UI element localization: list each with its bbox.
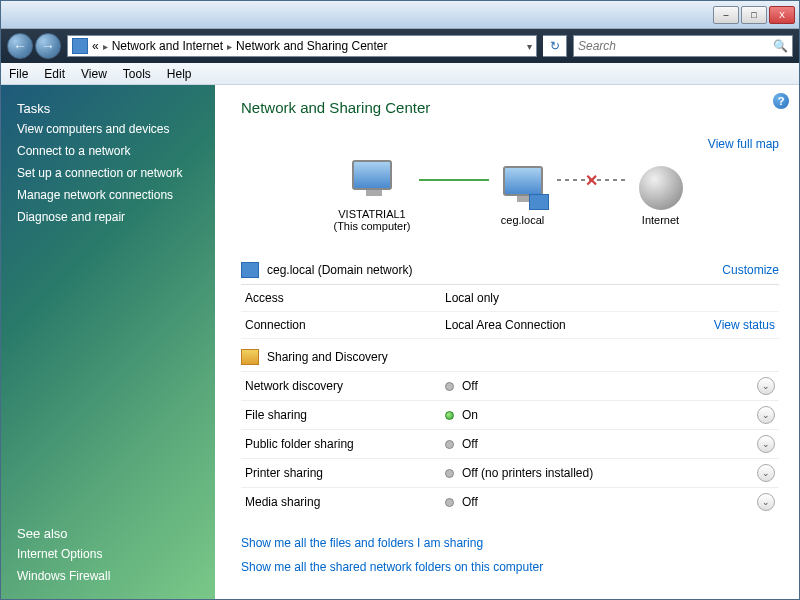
search-input[interactable]	[578, 39, 773, 53]
chevron-right-icon: ▸	[103, 41, 108, 52]
disc-row-media-sharing: Media sharing Off ⌄	[241, 487, 779, 516]
help-icon[interactable]: ?	[773, 93, 789, 109]
network-small-icon	[241, 262, 259, 278]
disc-value: Off	[462, 495, 757, 509]
disc-value: Off	[462, 379, 757, 393]
disc-row-printer-sharing: Printer sharing Off (no printers install…	[241, 458, 779, 487]
disc-row-network-discovery: Network discovery Off ⌄	[241, 371, 779, 400]
disc-value: Off (no printers installed)	[462, 466, 757, 480]
status-dot-off-icon	[445, 440, 454, 449]
sidebar-item-windows-firewall[interactable]: Windows Firewall	[1, 565, 215, 587]
window: – □ X ← → « ▸ Network and Internet ▸ Net…	[0, 0, 800, 600]
disc-label: Printer sharing	[245, 466, 445, 480]
connection-label: Connection	[245, 318, 445, 332]
menu-view[interactable]: View	[81, 67, 107, 81]
titlebar: – □ X	[1, 1, 799, 29]
back-button[interactable]: ←	[7, 33, 33, 59]
address-bar[interactable]: « ▸ Network and Internet ▸ Network and S…	[67, 35, 537, 57]
network-map: VISTATRIAL1 (This computer) ceg.local ✕ …	[241, 160, 779, 232]
status-dot-off-icon	[445, 382, 454, 391]
expand-button[interactable]: ⌄	[757, 493, 775, 511]
sidebar-item-view-computers[interactable]: View computers and devices	[1, 118, 215, 140]
show-files-link[interactable]: Show me all the files and folders I am s…	[241, 536, 483, 550]
network-section-header: ceg.local (Domain network) Customize	[241, 256, 779, 285]
disc-label: File sharing	[245, 408, 445, 422]
sidebar-item-diagnose[interactable]: Diagnose and repair	[1, 206, 215, 228]
content: ? Network and Sharing Center View full m…	[215, 85, 799, 599]
map-node-computer: VISTATRIAL1 (This computer)	[333, 160, 410, 232]
access-label: Access	[245, 291, 445, 305]
show-folders-link[interactable]: Show me all the shared network folders o…	[241, 560, 543, 574]
breadcrumb-root: «	[92, 39, 99, 53]
connection-value: Local Area Connection	[445, 318, 714, 332]
network-section-title: ceg.local (Domain network)	[267, 263, 412, 277]
status-dot-on-icon	[445, 411, 454, 420]
disc-label: Media sharing	[245, 495, 445, 509]
close-button[interactable]: X	[769, 6, 795, 24]
search-icon[interactable]: 🔍	[773, 39, 788, 53]
menu-help[interactable]: Help	[167, 67, 192, 81]
sharing-icon	[241, 349, 259, 365]
sidebar-item-setup[interactable]: Set up a connection or network	[1, 162, 215, 184]
network-icon	[72, 38, 88, 54]
customize-link[interactable]: Customize	[722, 263, 779, 277]
map-connection-local	[419, 179, 489, 181]
disc-row-file-sharing: File sharing On ⌄	[241, 400, 779, 429]
map-node-network: ceg.local	[497, 166, 549, 226]
map-connection-internet: ✕	[557, 179, 627, 181]
disc-value: Off	[462, 437, 757, 451]
view-full-map-link[interactable]: View full map	[708, 137, 779, 151]
chevron-right-icon: ▸	[227, 41, 232, 52]
search-box[interactable]: 🔍	[573, 35, 793, 57]
computer-name: VISTATRIAL1	[333, 208, 410, 220]
sidebar-item-manage[interactable]: Manage network connections	[1, 184, 215, 206]
sidebar-item-internet-options[interactable]: Internet Options	[1, 543, 215, 565]
status-dot-off-icon	[445, 498, 454, 507]
navbar: ← → « ▸ Network and Internet ▸ Network a…	[1, 29, 799, 63]
expand-button[interactable]: ⌄	[757, 464, 775, 482]
see-also-heading: See also	[1, 522, 215, 543]
disc-label: Public folder sharing	[245, 437, 445, 451]
expand-button[interactable]: ⌄	[757, 435, 775, 453]
menu-tools[interactable]: Tools	[123, 67, 151, 81]
breadcrumb-group[interactable]: Network and Internet	[112, 39, 223, 53]
connection-broken-icon: ✕	[585, 171, 598, 190]
discovery-title: Sharing and Discovery	[267, 350, 388, 364]
sidebar-item-connect[interactable]: Connect to a network	[1, 140, 215, 162]
menubar: File Edit View Tools Help	[1, 63, 799, 85]
breadcrumb-page[interactable]: Network and Sharing Center	[236, 39, 387, 53]
expand-button[interactable]: ⌄	[757, 406, 775, 424]
disc-label: Network discovery	[245, 379, 445, 393]
internet-label: Internet	[635, 214, 687, 226]
sidebar: Tasks View computers and devices Connect…	[1, 85, 215, 599]
page-title: Network and Sharing Center	[241, 99, 779, 116]
menu-file[interactable]: File	[9, 67, 28, 81]
computer-sub: (This computer)	[333, 220, 410, 232]
menu-edit[interactable]: Edit	[44, 67, 65, 81]
globe-icon	[639, 166, 683, 210]
disc-row-public-folder: Public folder sharing Off ⌄	[241, 429, 779, 458]
expand-button[interactable]: ⌄	[757, 377, 775, 395]
address-dropdown[interactable]: ▾	[527, 41, 532, 52]
status-dot-off-icon	[445, 469, 454, 478]
refresh-button[interactable]: ↻	[543, 35, 567, 57]
discovery-heading: Sharing and Discovery	[241, 339, 779, 371]
map-node-internet: Internet	[635, 166, 687, 226]
disc-value: On	[462, 408, 757, 422]
forward-button[interactable]: →	[35, 33, 61, 59]
tasks-heading: Tasks	[1, 97, 215, 118]
maximize-button[interactable]: □	[741, 6, 767, 24]
network-name: ceg.local	[497, 214, 549, 226]
access-value: Local only	[445, 291, 775, 305]
view-status-link[interactable]: View status	[714, 318, 775, 332]
minimize-button[interactable]: –	[713, 6, 739, 24]
